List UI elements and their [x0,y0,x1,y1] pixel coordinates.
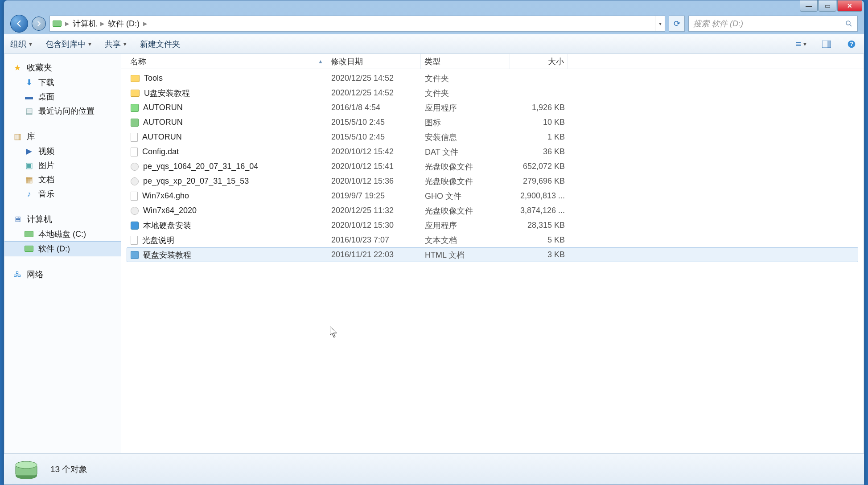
file-date: 2020/10/12 15:41 [328,162,421,171]
sidebar-item-drive-c[interactable]: 本地磁盘 (C:) [4,227,121,241]
sidebar-group-computer: 🖥计算机 本地磁盘 (C:) 软件 (D:) [4,212,121,256]
sidebar-head-network[interactable]: 🖧网络 [4,267,121,282]
computer-icon: 🖥 [12,214,22,224]
maximize-button[interactable]: ▭ [819,0,836,12]
chevron-right-icon[interactable]: ▶ [64,21,70,27]
file-date: 2020/10/12 15:30 [328,221,421,230]
sidebar-item-downloads[interactable]: ⬇下载 [4,75,121,90]
arrow-right-icon [36,21,42,27]
file-icon [131,133,138,142]
help-button[interactable]: ? [845,38,858,50]
column-header-date[interactable]: 修改日期 [327,54,421,69]
status-bar: 13 个对象 [4,453,864,485]
star-icon: ★ [12,63,22,73]
titlebar[interactable]: — ▭ ✕ [4,0,864,13]
column-header-name[interactable]: 名称▲ [127,54,327,69]
search-input[interactable]: 搜索 软件 (D:) [688,16,858,32]
status-object-count: 13 个对象 [50,464,87,475]
desktop-icon: ▬ [24,92,34,102]
file-row[interactable]: AUTORUN2015/5/10 2:45图标10 KB [127,115,858,130]
file-row[interactable]: U盘安装教程2020/12/25 14:52文件夹 [127,86,858,100]
file-date: 2016/1/8 4:54 [328,103,421,112]
sidebar-item-pictures[interactable]: ▣图片 [4,158,121,173]
file-size: 28,315 KB [510,221,568,230]
minimize-button[interactable]: — [800,0,818,12]
file-type: 光盘映像文件 [421,176,510,187]
file-row[interactable]: Win7x64.gho2019/9/7 19:25GHO 文件2,900,813… [127,189,858,203]
sidebar-head-computer[interactable]: 🖥计算机 [4,212,121,227]
include-library-menu[interactable]: 包含到库中▼ [45,39,92,49]
file-name: 光盘说明 [142,235,174,246]
sidebar-item-documents[interactable]: ▦文档 [4,173,121,187]
iso-icon [131,207,139,215]
forward-button[interactable] [32,16,46,31]
refresh-icon: ⟳ [674,19,680,29]
file-list[interactable]: Tools2020/12/25 14:52文件夹U盘安装教程2020/12/25… [121,69,864,453]
file-row[interactable]: Config.dat2020/10/12 15:42DAT 文件36 KB [127,144,858,159]
file-size: 1 KB [510,132,568,142]
file-type: GHO 文件 [421,191,510,201]
back-button[interactable] [10,15,28,33]
drive-icon [24,244,34,254]
file-name: AUTORUN [143,118,183,127]
iso-icon [131,163,139,171]
navigation-row: ▶ 计算机 ▶ 软件 (D:) ▶ ▾ ⟳ 搜索 软件 (D:) [4,13,864,34]
file-name: Win7x64_2020 [143,206,197,215]
file-date: 2016/11/21 22:03 [328,250,421,259]
file-row[interactable]: Tools2020/12/25 14:52文件夹 [127,71,858,86]
navigation-sidebar[interactable]: ★收藏夹 ⬇下载 ▬桌面 ▤最近访问的位置 ▥库 ▶视频 ▣图片 ▦文档 ♪音乐… [4,54,121,453]
file-date: 2015/5/10 2:45 [328,132,421,142]
video-icon: ▶ [24,146,34,156]
address-bar[interactable]: ▶ 计算机 ▶ 软件 (D:) ▶ ▾ [49,16,665,32]
file-type: 应用程序 [421,103,510,113]
breadcrumb-root-icon[interactable] [50,16,64,31]
file-type: 光盘映像文件 [421,206,510,216]
file-type: 文件夹 [421,88,510,99]
sidebar-item-drive-d[interactable]: 软件 (D:) [4,241,121,256]
sidebar-head-libraries[interactable]: ▥库 [4,129,121,144]
exe-icon [131,104,139,112]
sidebar-item-music[interactable]: ♪音乐 [4,187,121,201]
sidebar-head-favorites[interactable]: ★收藏夹 [4,60,121,75]
file-size: 279,696 KB [510,177,568,186]
breadcrumb-computer[interactable]: 计算机 [70,16,99,31]
drive-large-icon [13,457,40,481]
picture-icon: ▣ [24,160,34,170]
file-row[interactable]: 本地硬盘安装2020/10/12 15:30应用程序28,315 KB [127,218,858,233]
close-button[interactable]: ✕ [837,0,862,12]
file-row[interactable]: AUTORUN2015/5/10 2:45安装信息1 KB [127,130,858,144]
file-type: 文本文档 [421,235,510,246]
file-size: 5 KB [510,235,568,245]
svg-text:?: ? [850,41,853,47]
column-header-size[interactable]: 大小 [510,54,568,69]
sidebar-item-desktop[interactable]: ▬桌面 [4,90,121,104]
refresh-button[interactable]: ⟳ [669,16,685,32]
organize-menu[interactable]: 组织▼ [10,39,33,49]
file-date: 2020/10/12 15:42 [328,147,421,156]
file-name: Win7x64.gho [142,191,189,201]
chevron-right-icon[interactable]: ▶ [142,21,148,27]
list-view-icon [796,41,801,48]
file-type: 应用程序 [421,220,510,231]
preview-pane-icon [822,41,831,48]
sidebar-item-recent[interactable]: ▤最近访问的位置 [4,104,121,118]
file-row[interactable]: 光盘说明2016/10/23 7:07文本文档5 KB [127,233,858,247]
file-row[interactable]: 硬盘安装教程2016/11/21 22:03HTML 文档3 KB [127,247,858,262]
file-row[interactable]: Win7x64_20202020/12/25 11:32光盘映像文件3,874,… [127,203,858,218]
file-type: 安装信息 [421,132,510,143]
preview-pane-button[interactable] [820,38,833,50]
file-row[interactable]: AUTORUN2016/1/8 4:54应用程序1,926 KB [127,100,858,115]
sidebar-group-network: 🖧网络 [4,267,121,282]
chevron-right-icon[interactable]: ▶ [99,21,105,27]
sidebar-item-videos[interactable]: ▶视频 [4,144,121,158]
column-header-type[interactable]: 类型 [421,54,510,69]
file-row[interactable]: pe_yqs_1064_20_07_31_16_042020/10/12 15:… [127,159,858,174]
new-folder-button[interactable]: 新建文件夹 [140,39,180,49]
address-dropdown-icon[interactable]: ▾ [655,16,665,31]
view-mode-button[interactable]: ▼ [795,38,808,50]
share-menu[interactable]: 共享▼ [105,39,128,49]
breadcrumb-drive[interactable]: 软件 (D:) [105,16,142,31]
drive-icon [53,21,62,27]
file-row[interactable]: pe_yqs_xp_20_07_31_15_532020/10/12 15:36… [127,174,858,189]
folder-icon [131,75,140,82]
